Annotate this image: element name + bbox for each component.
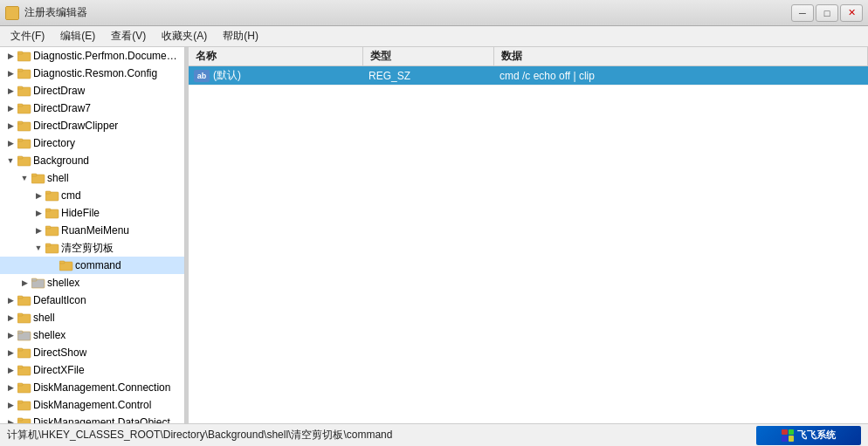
folder-icon-directdraw [17, 85, 31, 97]
svg-rect-17 [17, 156, 23, 159]
data-row-default[interactable]: ab(默认)REG_SZcmd /c echo off | clip [189, 66, 868, 86]
tree-item-cmd[interactable]: ▶ cmd [0, 187, 184, 204]
tree-item-directdrawclipper[interactable]: ▶ DirectDrawClipper [0, 117, 184, 134]
tree-item-hidefile[interactable]: ▶ HideFile [0, 204, 184, 222]
tree-label-shellex2: shellex [33, 329, 65, 341]
folder-icon-diskmanagement-dataobject [17, 416, 31, 423]
tree-item-ruanmeimenu[interactable]: ▶ RuanMeiMenu [0, 222, 184, 239]
tree-item-shellex2[interactable]: ▶ shellex [0, 326, 184, 344]
column-headers: 名称 类型 数据 [189, 47, 868, 66]
expand-btn-ruanmeimenu[interactable]: ▶ [31, 223, 45, 237]
expand-btn-diagnostic-resmon[interactable]: ▶ [3, 66, 17, 80]
tree-item-directdraw[interactable]: ▶ DirectDraw [0, 82, 184, 99]
menu-bar: 文件(F)编辑(E)查看(V)收藏夹(A)帮助(H) [0, 26, 868, 47]
win-quad-br [789, 436, 795, 442]
expand-btn-diskmanagement-control[interactable]: ▶ [3, 398, 17, 412]
expand-btn-diskmanagement-connection[interactable]: ▶ [3, 381, 17, 395]
close-button[interactable]: ✕ [840, 4, 863, 22]
expand-btn-diskmanagement-dataobject[interactable]: ▶ [3, 415, 17, 423]
tree-item-command[interactable]: command [0, 257, 184, 274]
svg-rect-11 [17, 104, 23, 106]
expand-btn-directdraw7[interactable]: ▶ [3, 101, 17, 115]
tree-item-diskmanagement-dataobject[interactable]: ▶ DiskManagement.DataObject [0, 414, 184, 423]
expand-btn-directxfile[interactable]: ▶ [3, 363, 17, 377]
expand-btn-cmd[interactable]: ▶ [31, 189, 45, 202]
menu-item-edit[interactable]: 编辑(E) [53, 27, 102, 45]
tree-label-directory: Directory [33, 137, 75, 149]
expand-btn-background[interactable]: ▼ [3, 154, 17, 168]
tree-label-ruanmeimenu: RuanMeiMenu [61, 224, 129, 237]
folder-icon-defaulticon [17, 294, 31, 306]
window-title: 注册表编辑器 [24, 5, 786, 20]
tree-item-diagnostic-perfmon[interactable]: ▶ Diagnostic.Perfmon.Document... [0, 47, 184, 65]
tree-label-cmd: cmd [61, 189, 81, 202]
svg-rect-15 [17, 139, 23, 141]
maximize-button[interactable]: □ [816, 4, 838, 22]
tree-label-shellex: shellex [47, 277, 79, 289]
svg-rect-41 [17, 366, 23, 368]
tree-item-directdraw7[interactable]: ▶ DirectDraw7 [0, 99, 184, 117]
tree-item-diagnostic-resmon[interactable]: ▶ Diagnostic.Resmon.Config [0, 65, 184, 82]
right-content: ab(默认)REG_SZcmd /c echo off | clip [189, 66, 868, 423]
expand-btn-defaulticon[interactable]: ▶ [3, 293, 17, 307]
tree-inner[interactable]: ▶ Diagnostic.Perfmon.Document...▶ Diagno… [0, 47, 184, 423]
tree-label-directdraw: DirectDraw [33, 85, 85, 97]
folder-icon-shellex [31, 277, 45, 289]
expand-btn-directdrawclipper[interactable]: ▶ [3, 119, 17, 133]
tree-item-qingkong[interactable]: ▼ 清空剪切板 [0, 239, 184, 257]
expand-btn-shellex[interactable]: ▶ [17, 276, 31, 290]
tree-item-directxfile[interactable]: ▶ DirectXFile [0, 361, 184, 379]
svg-rect-7 [17, 69, 23, 72]
tree-label-directdraw7: DirectDraw7 [33, 102, 91, 114]
tree-item-defaulticon[interactable]: ▶ DefaultIcon [0, 292, 184, 309]
tree-item-directory[interactable]: ▶ Directory [0, 134, 184, 152]
tree-item-shell[interactable]: ▼ shell [0, 169, 184, 187]
tree-item-diskmanagement-control[interactable]: ▶ DiskManagement.Control [0, 396, 184, 414]
logo-text: 飞飞系统 [797, 429, 836, 442]
tree-item-directshow[interactable]: ▶ DirectShow [0, 344, 184, 361]
tree-item-shellex[interactable]: ▶ shellex [0, 274, 184, 292]
expand-btn-diagnostic-perfmon[interactable]: ▶ [3, 49, 17, 63]
win-quad-tl [782, 429, 788, 436]
tree-item-diskmanagement-connection[interactable]: ▶ DiskManagement.Connection [0, 379, 184, 396]
minimize-button[interactable]: ─ [791, 4, 814, 22]
expand-btn-hidefile[interactable]: ▶ [31, 206, 45, 220]
expand-btn-directdraw[interactable]: ▶ [3, 84, 17, 98]
folder-icon-directdrawclipper [17, 120, 31, 132]
svg-rect-0 [6, 7, 11, 12]
folder-icon-shellex2 [17, 329, 31, 341]
svg-rect-2 [6, 14, 11, 19]
tree-label-defaulticon: DefaultIcon [33, 294, 86, 306]
folder-icon-ruanmeimenu [45, 224, 59, 237]
reg-value-icon-default: ab [194, 70, 210, 82]
svg-rect-13 [17, 121, 23, 124]
svg-rect-31 [31, 278, 37, 281]
tree-label-diskmanagement-dataobject: DiskManagement.DataObject [33, 416, 170, 423]
expand-btn-qingkong[interactable]: ▼ [31, 241, 45, 255]
tree-item-shell2[interactable]: ▶ shell [0, 309, 184, 326]
tree-item-background[interactable]: ▼ Background [0, 152, 184, 169]
title-bar: 注册表编辑器 ─ □ ✕ [0, 0, 868, 26]
folder-icon-shell [31, 172, 45, 184]
menu-item-favorites[interactable]: 收藏夹(A) [155, 27, 214, 45]
cell-name-default: ab(默认) [189, 68, 363, 83]
expand-btn-directory[interactable]: ▶ [3, 136, 17, 150]
tree-label-qingkong: 清空剪切板 [61, 241, 114, 256]
tree-label-diagnostic-perfmon: Diagnostic.Perfmon.Document... [33, 50, 181, 62]
svg-rect-47 [17, 418, 23, 421]
svg-rect-33 [17, 296, 23, 298]
tree-label-command: command [75, 259, 121, 271]
expand-btn-directshow[interactable]: ▶ [3, 346, 17, 360]
folder-icon-background [17, 154, 31, 167]
expand-btn-shell[interactable]: ▼ [17, 171, 31, 185]
expand-btn-shellex2[interactable]: ▶ [3, 328, 17, 342]
expand-btn-shell2[interactable]: ▶ [3, 311, 17, 325]
status-path: 计算机\HKEY_CLASSES_ROOT\Directory\Backgrou… [7, 428, 749, 443]
menu-item-view[interactable]: 查看(V) [104, 27, 153, 45]
menu-item-help[interactable]: 帮助(H) [216, 27, 265, 45]
tree-label-shell: shell [47, 172, 69, 184]
svg-rect-39 [17, 348, 23, 351]
folder-icon-qingkong [45, 242, 59, 254]
tree-label-diagnostic-resmon: Diagnostic.Resmon.Config [33, 67, 157, 79]
menu-item-file[interactable]: 文件(F) [3, 27, 52, 45]
